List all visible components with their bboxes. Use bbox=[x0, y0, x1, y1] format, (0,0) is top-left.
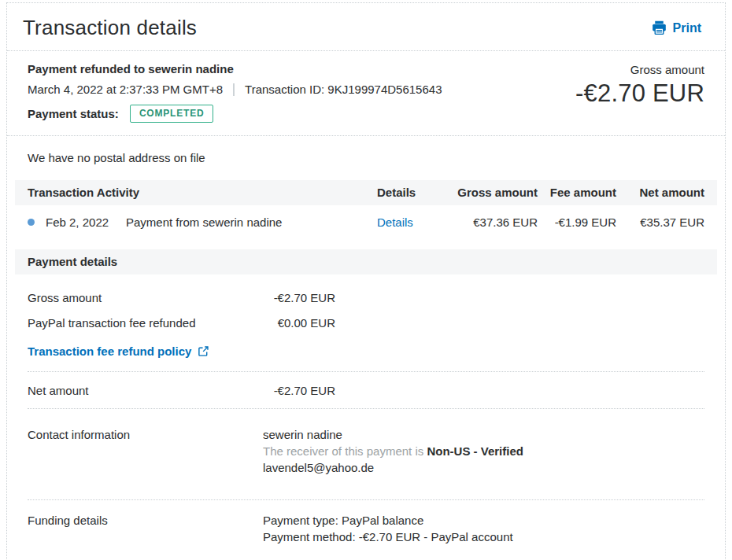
row-date: Feb 2, 2022 bbox=[46, 216, 126, 229]
policy-row: Transaction fee refund policy bbox=[28, 337, 704, 367]
contact-email: lavendel5@yahoo.de bbox=[263, 459, 704, 476]
contact-name: sewerin nadine bbox=[263, 426, 704, 443]
transaction-details-page: Transaction details Print Payment refund… bbox=[6, 2, 726, 560]
print-button[interactable]: Print bbox=[651, 20, 701, 36]
net-amount-row-label: Net amount bbox=[28, 382, 263, 399]
row-fee-amount: -€1.99 EUR bbox=[538, 216, 616, 229]
gross-amount-row-label: Gross amount bbox=[28, 289, 263, 306]
row-details-link[interactable]: Details bbox=[377, 216, 426, 229]
table-row: Feb 2, 2022 Payment from sewerin nadine … bbox=[15, 205, 717, 240]
status-badge: COMPLETED bbox=[130, 105, 214, 123]
column-header-fee: Fee amount bbox=[538, 186, 616, 199]
fee-refunded-row: PayPal transaction fee refunded €0.00 EU… bbox=[28, 311, 704, 337]
divider bbox=[28, 408, 704, 409]
funding-payment-method: Payment method: -€2.70 EUR - PayPal acco… bbox=[263, 529, 704, 545]
payment-status-label: Payment status: bbox=[28, 107, 119, 120]
net-amount-row: Net amount -€2.70 EUR bbox=[28, 377, 704, 404]
activity-header: Transaction Activity Details Gross amoun… bbox=[15, 180, 717, 205]
row-net-amount: €35.37 EUR bbox=[616, 216, 704, 229]
receiver-note: The receiver of this payment is bbox=[263, 444, 427, 458]
payment-title: Payment refunded to sewerin nadine bbox=[28, 62, 442, 76]
print-button-label: Print bbox=[673, 21, 701, 35]
net-amount-row-value: -€2.70 EUR bbox=[263, 382, 335, 399]
contact-information-value: sewerin nadine The receiver of this paym… bbox=[263, 426, 704, 476]
contact-receiver-line: The receiver of this payment is Non-US -… bbox=[263, 443, 704, 459]
printer-icon bbox=[651, 20, 667, 36]
gross-amount-row: Gross amount -€2.70 EUR bbox=[28, 284, 704, 311]
funding-payment-type: Payment type: PayPal balance bbox=[263, 512, 704, 529]
postal-note: We have no postal address on file bbox=[7, 136, 725, 180]
status-row: Payment status: COMPLETED bbox=[28, 105, 442, 123]
funding-details-label: Funding details bbox=[28, 512, 263, 529]
funding-details-value: Payment type: PayPal balance Payment met… bbox=[263, 512, 704, 545]
summary-section: Payment refunded to sewerin nadine March… bbox=[7, 51, 725, 136]
divider bbox=[28, 371, 704, 372]
page-title: Transaction details bbox=[23, 16, 197, 40]
summary-left: Payment refunded to sewerin nadine March… bbox=[28, 62, 442, 123]
row-left: Feb 2, 2022 Payment from sewerin nadine bbox=[28, 216, 377, 229]
payment-details-section: Gross amount -€2.70 EUR PayPal transacti… bbox=[7, 274, 725, 560]
payment-details-title: Payment details bbox=[28, 255, 117, 268]
activity-title: Transaction Activity bbox=[28, 186, 377, 199]
row-gross-amount: €37.36 EUR bbox=[426, 216, 538, 229]
transaction-date: March 4, 2022 at 2:37:33 PM GMT+8 bbox=[28, 83, 223, 96]
contact-information-row: Contact information sewerin nadine The r… bbox=[28, 414, 704, 492]
column-header-net: Net amount bbox=[616, 186, 704, 199]
gross-amount-value: -€2.70 EUR bbox=[575, 79, 704, 108]
column-header-gross: Gross amount bbox=[426, 186, 538, 199]
receiver-status: Non-US - Verified bbox=[427, 444, 523, 458]
status-dot-icon bbox=[28, 219, 35, 226]
page-header: Transaction details Print bbox=[7, 3, 725, 51]
payment-details-header: Payment details bbox=[15, 249, 717, 274]
fee-refund-policy-link[interactable]: Transaction fee refund policy bbox=[28, 344, 191, 358]
column-header-details: Details bbox=[377, 186, 426, 199]
fee-refunded-row-label: PayPal transaction fee refunded bbox=[28, 315, 197, 331]
external-link-icon bbox=[198, 345, 209, 357]
funding-details-row: Funding details Payment type: PayPal bal… bbox=[28, 500, 704, 560]
transaction-id: Transaction ID: 9KJ199974D5615643 bbox=[245, 83, 442, 96]
contact-information-label: Contact information bbox=[28, 426, 263, 443]
date-row: March 4, 2022 at 2:37:33 PM GMT+8 Transa… bbox=[28, 83, 442, 96]
fee-refunded-row-value: €0.00 EUR bbox=[263, 315, 335, 331]
gross-amount-label: Gross amount bbox=[575, 63, 704, 76]
vertical-divider bbox=[233, 83, 235, 96]
summary-right: Gross amount -€2.70 EUR bbox=[575, 62, 704, 123]
gross-amount-row-value: -€2.70 EUR bbox=[263, 289, 335, 306]
row-description: Payment from sewerin nadine bbox=[126, 216, 282, 229]
